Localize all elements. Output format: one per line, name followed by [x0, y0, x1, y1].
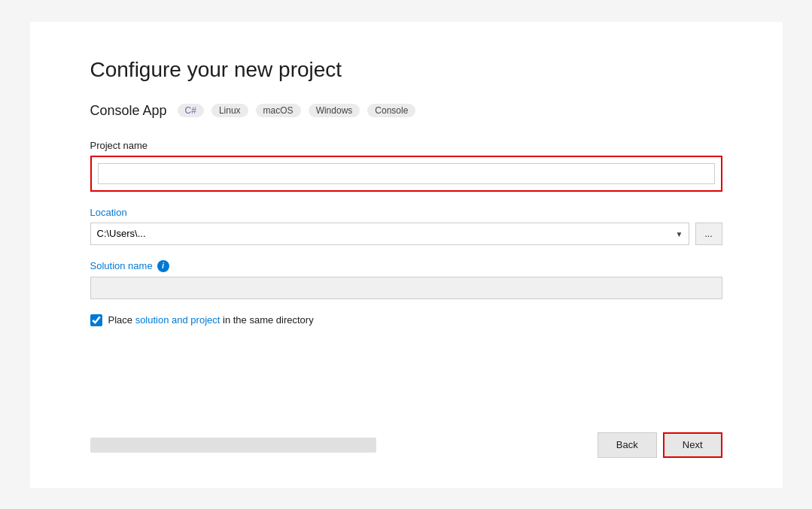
tag-linux: Linux	[211, 104, 248, 117]
solution-name-input[interactable]	[90, 277, 722, 299]
page-title: Configure your new project	[90, 58, 722, 82]
tag-windows: Windows	[309, 104, 360, 117]
tag-csharp: C#	[178, 104, 204, 117]
same-directory-label: Place solution and project in the same d…	[108, 314, 314, 326]
location-select-wrapper: C:\Users\... ▼	[90, 223, 689, 245]
bottom-row: Back Next	[90, 432, 722, 458]
location-field-group: Location C:\Users\... ▼ ...	[90, 207, 722, 245]
tag-macos: macOS	[256, 104, 301, 117]
back-button[interactable]: Back	[598, 432, 657, 458]
project-name-wrapper	[90, 156, 722, 192]
solution-name-field-group: Solution name i	[90, 260, 722, 299]
bottom-left-placeholder-bar	[90, 438, 376, 453]
same-directory-checkbox[interactable]	[90, 314, 102, 326]
tag-console: Console	[367, 104, 415, 117]
solution-name-label: Solution name	[90, 260, 153, 271]
info-icon[interactable]: i	[157, 260, 169, 272]
same-directory-label-highlight: solution and project	[135, 314, 220, 326]
configure-project-dialog: Configure your new project Console App C…	[30, 22, 783, 488]
solution-name-label-row: Solution name i	[90, 260, 722, 272]
project-name-field-group: Project name	[90, 140, 722, 192]
project-type-row: Console App C# Linux macOS Windows Conso…	[90, 103, 722, 119]
next-button[interactable]: Next	[663, 432, 722, 458]
bottom-buttons: Back Next	[598, 432, 722, 458]
project-type-label: Console App	[90, 103, 167, 119]
location-select[interactable]: C:\Users\...	[90, 223, 689, 245]
same-directory-checkbox-row: Place solution and project in the same d…	[90, 314, 722, 326]
project-name-input[interactable]	[98, 163, 715, 184]
location-row: C:\Users\... ▼ ...	[90, 223, 722, 245]
project-name-label: Project name	[90, 140, 722, 151]
location-label: Location	[90, 207, 722, 218]
browse-button[interactable]: ...	[695, 223, 722, 245]
